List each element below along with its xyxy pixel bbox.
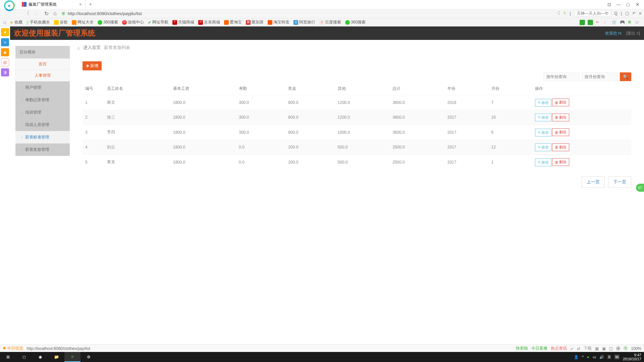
share-icon[interactable]: ⠪ xyxy=(557,11,560,16)
table-cell: 1800.0 xyxy=(170,155,236,170)
edit-button[interactable]: ✎修改 xyxy=(535,114,551,121)
table-row: 3李四1800.0300.0800.01000.03600.020175✎修改🗑… xyxy=(83,125,631,140)
lt-star-icon[interactable]: ★ xyxy=(1,28,9,36)
ext-scissors-icon[interactable]: ✂ xyxy=(596,20,601,25)
sidebar-item-2[interactable]: ›培训管理 xyxy=(15,106,70,119)
table-cell: 0.0 xyxy=(236,140,285,155)
table-cell-actions: ✎修改🗑删除 xyxy=(532,95,631,110)
logout-button[interactable]: [退出 ⎋] xyxy=(626,31,640,36)
bookmark-nav[interactable]: ✔网址导航 xyxy=(148,19,168,25)
delete-button[interactable]: 🗑删除 xyxy=(552,158,569,166)
col-header: 考勤 xyxy=(236,82,285,95)
ext-overflow[interactable]: ▷ xyxy=(636,20,641,25)
browser-search-input[interactable] xyxy=(574,10,611,17)
bookmark-aitaobao[interactable]: 爱淘宝 xyxy=(224,19,242,25)
bookmark-mobile[interactable]: ▯手机收藏夹 xyxy=(26,19,50,25)
bookmark-360[interactable]: 360搜索 xyxy=(98,19,118,25)
lt-doc-icon[interactable]: ≡ xyxy=(1,38,9,46)
breadcrumb-home[interactable]: 进入首页 xyxy=(83,45,101,51)
sidebar-item-3[interactable]: ›培训人员管理 xyxy=(15,119,70,131)
ext-icon-1[interactable] xyxy=(580,20,585,25)
search-button[interactable]: 🔍 xyxy=(620,72,631,81)
bookmark-games[interactable]: G游戏中心 xyxy=(122,19,144,25)
delete-button[interactable]: 🗑删除 xyxy=(552,143,569,151)
prev-page-button[interactable]: 上一页 xyxy=(582,176,605,188)
mobile-icon[interactable]: ▢ xyxy=(625,11,629,16)
ext-shield-icon[interactable]: ⛨ xyxy=(628,20,633,25)
delete-button[interactable]: 🗑删除 xyxy=(552,99,569,106)
sidebar-item-5[interactable]: ›薪资发放管理 xyxy=(15,143,70,156)
bookmark-google[interactable]: 谷歌 xyxy=(54,19,68,25)
bookmark-360b[interactable]: 360搜索 xyxy=(345,19,366,25)
delete-button[interactable]: 🗑删除 xyxy=(552,114,569,121)
edit-button[interactable]: ✎修改 xyxy=(535,129,551,136)
sidebar-hr[interactable]: 人事管理 xyxy=(15,70,70,81)
sidebar-item-4[interactable]: ›薪资标准管理 xyxy=(15,131,70,143)
window-maximize-icon[interactable]: ◻ xyxy=(624,2,632,7)
welcome-text: 欢迎您 rs xyxy=(605,31,622,36)
ext-icon-4[interactable]: ↓ xyxy=(604,20,609,25)
new-tab-button[interactable]: + xyxy=(86,1,95,7)
app-header: 欢迎使用服装厂管理系统 欢迎您 rs [退出 ⎋] xyxy=(10,26,644,40)
menu-icon[interactable]: ≡ xyxy=(639,11,641,16)
edit-button[interactable]: ✎修改 xyxy=(535,99,551,107)
table-cell: 200.0 xyxy=(285,155,335,170)
edit-button[interactable]: ✎修改 xyxy=(535,143,551,151)
search-icon[interactable]: Q xyxy=(614,11,618,16)
table-cell: 1000.0 xyxy=(335,125,390,140)
tab-close-icon[interactable]: × xyxy=(79,2,82,7)
bookmark-overflow-left[interactable]: ◁ xyxy=(3,20,6,25)
ext-icon-2[interactable] xyxy=(588,20,593,25)
sidebar-item-label: 用户管理 xyxy=(25,85,41,90)
edit-icon: ✎ xyxy=(538,130,541,135)
year-search-input[interactable] xyxy=(543,72,580,81)
table-cell: 300.0 xyxy=(236,95,285,110)
table-cell: 1 xyxy=(489,155,533,170)
bookmark-baidu[interactable]: 百百度搜索 xyxy=(319,19,341,25)
month-search-input[interactable] xyxy=(582,72,618,81)
table-row: 2张三1800.0300.0800.01200.03800.0201710✎修改… xyxy=(83,110,631,125)
address-bar[interactable]: ⛨ http://localhost:8080/clothes/payjilu/… xyxy=(61,11,553,16)
table-cell: 2018 xyxy=(445,95,489,110)
ext-gamepad-icon[interactable]: 🎮 xyxy=(620,20,625,25)
browser-logo[interactable]: e xyxy=(0,0,18,11)
home-button[interactable]: ⌂ xyxy=(53,10,57,16)
bookmark-alitrip[interactable]: 去阿里旅行 xyxy=(293,19,315,25)
table-cell: 3800.0 xyxy=(390,110,445,125)
sidebar-item-label: 培训人员管理 xyxy=(25,122,49,128)
bookmark-jd[interactable]: JD京东商城 xyxy=(198,19,220,25)
bookmark-juhuasuan[interactable]: 聚聚划算 xyxy=(246,19,264,25)
lt-weibo-icon[interactable]: ◉ xyxy=(1,48,9,56)
window-close-icon[interactable]: ✕ xyxy=(633,2,641,7)
search-row: 🔍 xyxy=(83,72,631,81)
refresh-button[interactable]: ↻ xyxy=(44,10,49,17)
lt-at-icon[interactable]: @ xyxy=(1,58,9,66)
sidebar-item-1[interactable]: ›考勤记录管理 xyxy=(15,94,70,106)
forward-button[interactable]: 〉 xyxy=(34,10,40,17)
browser-tab[interactable]: 服装厂管理系统 × xyxy=(18,0,86,9)
ext-icon-5[interactable]: 🛒 xyxy=(612,20,617,25)
window-menu-icon[interactable]: ⊡ xyxy=(605,2,613,7)
lt-man-icon[interactable]: 漫 xyxy=(1,68,9,76)
bookmark-temai[interactable]: 淘宝特卖 xyxy=(268,19,289,25)
trash-icon: 🗑 xyxy=(555,145,558,149)
sidebar-home[interactable]: 首页 xyxy=(15,58,70,70)
float-badge[interactable]: 67 xyxy=(636,184,644,192)
delete-button[interactable]: 🗑删除 xyxy=(552,128,569,136)
flash-icon[interactable]: ϟ xyxy=(564,11,566,16)
window-minimize-icon[interactable]: — xyxy=(614,2,623,7)
edit-button[interactable]: ✎修改 xyxy=(535,159,551,166)
bookmark-favorites[interactable]: ★收藏 xyxy=(10,19,22,25)
table-cell: 2017 xyxy=(445,110,489,125)
add-button[interactable]: ✚新增 xyxy=(83,61,102,70)
col-header: 基本工资 xyxy=(170,82,236,95)
bookmark-sites[interactable]: 网址大全 xyxy=(72,19,94,25)
bookmark-tmall[interactable]: T天猫商城 xyxy=(172,19,194,25)
tab-title: 服装厂管理系统 xyxy=(29,2,57,7)
table-cell-actions: ✎修改🗑删除 xyxy=(532,155,631,170)
undo-icon[interactable]: ↶ xyxy=(632,11,636,16)
next-page-button[interactable]: 下一页 xyxy=(608,176,631,188)
table-cell: 2 xyxy=(83,110,104,125)
sidebar-item-0[interactable]: ›用户管理 xyxy=(15,81,70,94)
back-button[interactable]: 〈 xyxy=(24,10,30,17)
